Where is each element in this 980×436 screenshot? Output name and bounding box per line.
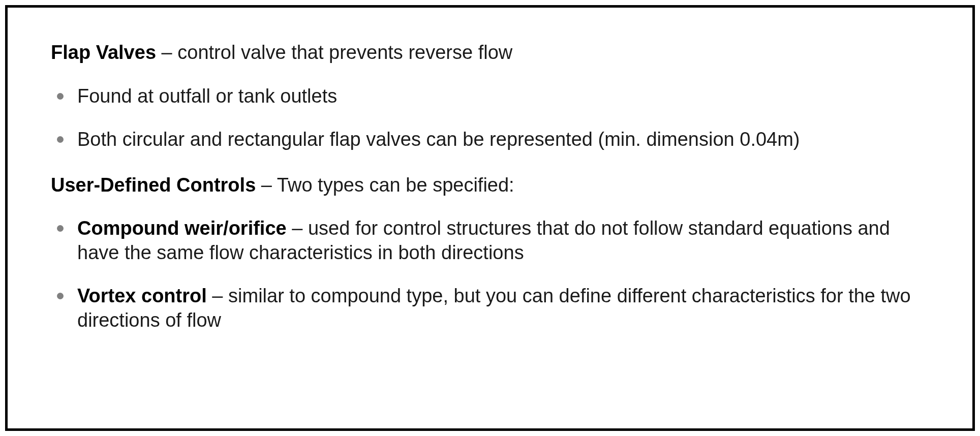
list-item: Found at outfall or tank outlets	[51, 84, 929, 109]
flap-valves-heading: Flap Valves – control valve that prevent…	[51, 41, 929, 65]
user-defined-heading: User-Defined Controls – Two types can be…	[51, 173, 929, 198]
user-defined-title: User-Defined Controls	[51, 174, 256, 196]
list-item: Both circular and rectangular flap valve…	[51, 128, 929, 152]
flap-valves-list: Found at outfall or tank outlets Both ci…	[51, 84, 929, 152]
flap-valves-desc: – control valve that prevents reverse fl…	[156, 42, 512, 63]
list-item: Compound weir/orifice – used for control…	[51, 216, 929, 265]
user-defined-desc: – Two types can be specified:	[256, 174, 514, 196]
list-item: Vortex control – similar to compound typ…	[51, 284, 929, 332]
flap-valves-title: Flap Valves	[51, 42, 156, 63]
list-item-bold: Compound weir/orifice	[77, 217, 287, 239]
document-frame: Flap Valves – control valve that prevent…	[5, 5, 975, 431]
list-item-text: Found at outfall or tank outlets	[77, 85, 337, 107]
list-item-text: Both circular and rectangular flap valve…	[77, 129, 800, 150]
list-item-bold: Vortex control	[77, 285, 207, 306]
user-defined-list: Compound weir/orifice – used for control…	[51, 216, 929, 332]
